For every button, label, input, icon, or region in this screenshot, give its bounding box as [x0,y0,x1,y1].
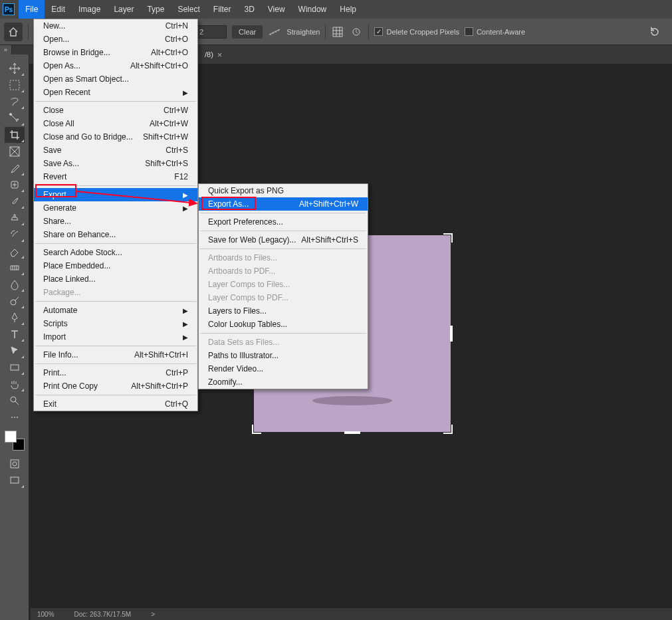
svg-rect-1 [10,80,19,90]
grid-overlay-icon[interactable] [331,25,344,39]
export-menu-item: Artboards to PDF... [199,264,368,278]
file-menu-item[interactable]: Print...Ctrl+P [34,366,197,379]
document-tab[interactable]: /8) × [199,47,227,62]
export-menu-item[interactable]: Render Video... [199,362,368,375]
file-menu-item[interactable]: Save As...Shift+Ctrl+S [34,157,197,170]
lasso-tool[interactable] [5,94,25,110]
file-menu-item[interactable]: Print One CopyAlt+Shift+Ctrl+P [34,379,197,393]
menu-select[interactable]: Select [171,0,206,19]
hand-tool[interactable] [5,376,25,392]
menu-type[interactable]: Type [140,0,171,19]
file-menu-item[interactable]: Open As...Alt+Shift+Ctrl+O [34,59,197,72]
pen-tool[interactable] [5,310,25,326]
file-menu-item[interactable]: Browse in Bridge...Alt+Ctrl+O [34,46,197,59]
toolbar-expand-handle[interactable]: » [0,45,12,54]
export-menu-item[interactable]: Paths to Illustrator... [199,349,368,362]
straighten-icon[interactable] [268,25,281,39]
export-menu-item[interactable]: Zoomify... [199,375,368,389]
ratio-b-input[interactable] [196,25,227,39]
gradient-tool[interactable] [5,260,25,276]
file-menu-item[interactable]: Search Adobe Stock... [34,246,197,259]
menu-item-label: Generate [43,203,76,213]
file-menu-item[interactable]: Open Recent▶ [34,86,197,99]
home-button[interactable] [4,23,23,41]
color-swatches[interactable] [5,431,25,451]
file-menu-item[interactable]: Share on Behance... [34,228,197,241]
file-menu-item[interactable]: Place Linked... [34,272,197,286]
crop-handle-tr[interactable] [443,233,453,243]
export-menu-item[interactable]: Save for Web (Legacy)...Alt+Shift+Ctrl+S [199,233,368,247]
file-menu-item[interactable]: Place Embedded... [34,259,197,272]
export-menu-item[interactable]: Export As...Alt+Shift+Ctrl+W [199,197,368,211]
file-menu-item[interactable]: Export▶ [34,188,197,201]
file-menu-item[interactable]: Close AllAlt+Ctrl+W [34,117,197,130]
status-bar: 100% Doc: 263.7K/17.5M > [31,608,672,620]
menu-window[interactable]: Window [292,0,334,19]
menu-filter[interactable]: Filter [207,0,238,19]
menu-layer[interactable]: Layer [107,0,140,19]
menu-item-label: Open as Smart Object... [43,74,129,84]
screen-mode-tool[interactable] [5,472,25,488]
frame-tool[interactable] [5,144,25,159]
menu-help[interactable]: Help [333,0,363,19]
straighten-label: Straighten [286,28,320,36]
status-arrow-icon[interactable]: > [151,611,155,618]
close-icon[interactable]: × [217,50,223,60]
rectangle-tool[interactable] [5,360,25,375]
menu-edit[interactable]: Edit [45,0,72,19]
zoom-level[interactable]: 100% [37,611,55,618]
menu-item-label: Browse in Bridge... [43,48,110,57]
file-menu-item[interactable]: ExitCtrl+Q [34,397,197,411]
crop-options-icon[interactable] [350,25,363,39]
clear-button[interactable]: Clear [232,25,263,39]
crop-handle-bottom[interactable] [344,431,360,434]
zoom-tool[interactable] [5,393,25,409]
blur-tool[interactable] [5,276,25,292]
file-menu-item[interactable]: Generate▶ [34,201,197,215]
file-menu-item[interactable]: Import▶ [34,330,197,344]
file-menu-item[interactable]: RevertF12 [34,170,197,183]
brush-tool[interactable] [5,193,25,209]
move-tool[interactable] [5,60,25,76]
quick-select-tool[interactable] [5,110,25,126]
foreground-swatch[interactable] [5,431,17,443]
menu-view[interactable]: View [261,0,292,19]
file-menu-item[interactable]: Close and Go to Bridge...Shift+Ctrl+W [34,130,197,144]
menu-file[interactable]: File [19,0,45,19]
file-menu-item[interactable]: SaveCtrl+S [34,144,197,157]
eraser-tool[interactable] [5,243,25,259]
export-menu-item[interactable]: Color Lookup Tables... [199,318,368,331]
export-menu-item[interactable]: Quick Export as PNG [199,184,368,197]
file-menu-item[interactable]: Scripts▶ [34,317,197,330]
edit-toolbar[interactable]: ⋯ [5,409,25,425]
crop-handle-bl[interactable] [252,425,261,434]
content-aware-checkbox[interactable]: Content-Aware [465,27,525,36]
marquee-tool[interactable] [5,77,25,93]
healing-brush-tool[interactable] [5,177,25,193]
file-menu-item[interactable]: Automate▶ [34,304,197,317]
history-brush-tool[interactable] [5,227,25,243]
file-menu-item[interactable]: New...Ctrl+N [34,19,197,33]
crop-handle-br[interactable] [443,425,453,434]
file-menu-item[interactable]: Open...Ctrl+O [34,33,197,46]
file-menu-item[interactable]: CloseCtrl+W [34,104,197,117]
file-menu-item[interactable]: Open as Smart Object... [34,72,197,86]
export-menu-item[interactable]: Layers to Files... [199,304,368,318]
eyedropper-tool[interactable] [5,160,25,176]
menu-3d[interactable]: 3D [237,0,261,19]
type-tool[interactable] [5,326,25,342]
export-menu-item[interactable]: Export Preferences... [199,215,368,229]
delete-cropped-checkbox[interactable]: ✓ Delete Cropped Pixels [374,27,459,36]
doc-size[interactable]: Doc: 263.7K/17.5M [74,611,132,618]
clone-stamp-tool[interactable] [5,210,25,226]
dodge-tool[interactable] [5,293,25,309]
file-menu-item[interactable]: File Info...Alt+Shift+Ctrl+I [34,348,197,362]
menu-image[interactable]: Image [72,0,107,19]
quick-mask-tool[interactable] [5,456,25,472]
crop-tool[interactable] [5,127,25,143]
file-menu-item[interactable]: Share... [34,215,197,228]
reset-icon[interactable] [648,25,661,39]
crop-handle-right[interactable] [450,326,453,342]
path-select-tool[interactable] [5,343,25,359]
separator [28,24,29,40]
